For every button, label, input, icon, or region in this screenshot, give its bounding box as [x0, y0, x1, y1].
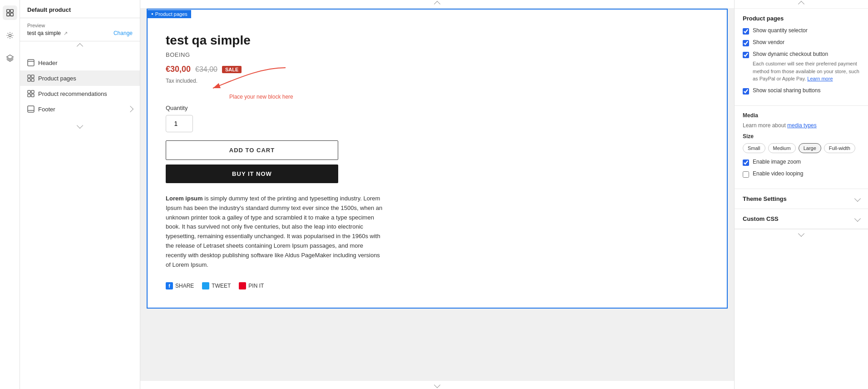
tab-dot: ●: [151, 12, 153, 16]
theme-settings-section[interactable]: Theme Settings: [735, 189, 868, 209]
svg-rect-3: [10, 13, 13, 16]
show-quantity-label[interactable]: Show quantity selector: [753, 27, 808, 34]
share-pinterest-label: PIN IT: [248, 283, 264, 289]
tab-text: Product pages: [155, 11, 187, 17]
share-twitter[interactable]: TWEET: [202, 282, 231, 289]
right-scroll-down[interactable]: [735, 229, 868, 238]
enable-video-looping-label[interactable]: Enable video looping: [753, 170, 803, 177]
media-desc-text: Learn more about: [743, 122, 786, 129]
svg-rect-10: [31, 79, 34, 81]
tax-note: Tax included.: [166, 78, 709, 84]
price-original: €34,00: [195, 65, 217, 74]
main-scroll-down[interactable]: [434, 382, 440, 388]
show-dynamic-checkout-label[interactable]: Show dynamic checkout button: [753, 51, 828, 57]
svg-point-4: [9, 34, 11, 36]
theme-settings-title: Theme Settings: [743, 195, 787, 202]
sidebar-scroll-down[interactable]: [20, 120, 140, 130]
show-vendor-label[interactable]: Show vendor: [753, 39, 784, 45]
customize-icon[interactable]: [3, 5, 17, 20]
price-current: €30,00: [166, 65, 191, 74]
share-facebook[interactable]: f SHARE: [166, 282, 194, 289]
enable-image-zoom-label[interactable]: Enable image zoom: [753, 159, 801, 165]
sidebar: Default product Preview test qa simple ↗…: [20, 0, 140, 389]
preview-value: test qa simple ↗ Change: [27, 30, 133, 36]
svg-rect-14: [31, 94, 34, 97]
size-large[interactable]: Large: [799, 143, 821, 153]
add-to-cart-button[interactable]: ADD TO CART: [166, 140, 338, 160]
checkbox-show-quantity: Show quantity selector: [743, 27, 860, 35]
custom-css-section[interactable]: Custom CSS: [735, 209, 868, 229]
preview-scroll-area: ● Product pages test qa simple BOEING €3…: [140, 9, 734, 380]
size-options: Small Medium Large Full-width: [743, 143, 860, 153]
show-quantity-checkbox[interactable]: [743, 28, 749, 35]
social-share: f SHARE TWEET PIN IT: [166, 282, 709, 289]
share-pinterest[interactable]: PIN IT: [239, 282, 264, 289]
sale-badge: SALE: [222, 66, 242, 73]
size-section: Size Small Medium Large Full-width: [743, 133, 860, 153]
right-panel-title: Product pages: [743, 15, 860, 22]
settings-icon[interactable]: [3, 28, 17, 43]
svg-rect-13: [28, 94, 30, 97]
change-button[interactable]: Change: [113, 30, 133, 36]
product-content: test qa simple BOEING €30,00 €34,00 SALE…: [148, 22, 727, 308]
svg-rect-15: [28, 106, 34, 112]
sidebar-title: Default product: [20, 0, 140, 18]
show-dynamic-checkout-checkbox[interactable]: [743, 52, 749, 58]
svg-rect-7: [28, 75, 30, 78]
sidebar-item-footer[interactable]: Footer: [20, 101, 140, 117]
svg-rect-0: [6, 10, 9, 12]
main-scroll-up[interactable]: [434, 1, 440, 7]
main-area: ● Product pages test qa simple BOEING €3…: [140, 0, 734, 389]
place-hint-text: Place your new block here: [229, 94, 293, 100]
desc-text: is simply dummy text of the printing and…: [166, 195, 382, 268]
right-panel-media: Media Learn more about media types Size …: [735, 106, 868, 189]
sidebar-item-product-recommendations[interactable]: Product recommendations: [20, 86, 140, 101]
custom-css-chevron-icon: [854, 215, 861, 222]
enable-video-looping-checkbox[interactable]: [743, 171, 749, 178]
footer-label: Footer: [38, 106, 55, 113]
size-small[interactable]: Small: [743, 143, 765, 153]
product-title: test qa simple: [166, 33, 709, 48]
sidebar-item-product-pages[interactable]: Product pages: [20, 70, 140, 86]
checkbox-show-social-sharing: Show social sharing buttons: [743, 87, 860, 95]
media-types-link[interactable]: media types: [787, 122, 817, 129]
pinterest-icon: [239, 282, 246, 289]
checkbox-show-dynamic-checkout: Show dynamic checkout button: [743, 51, 860, 58]
svg-rect-1: [10, 10, 13, 12]
checkbox-enable-video-looping: Enable video looping: [743, 170, 860, 178]
blocks-icon[interactable]: [3, 51, 17, 65]
show-social-sharing-checkbox[interactable]: [743, 88, 749, 95]
checkout-learn-more-link[interactable]: Learn more: [807, 76, 833, 81]
size-medium[interactable]: Medium: [768, 143, 796, 153]
footer-chevron-icon: [127, 106, 133, 112]
right-panel: Product pages Show quantity selector Sho…: [734, 0, 868, 389]
checkout-desc: Each customer will see their preferred p…: [753, 60, 860, 83]
sidebar-scroll-up[interactable]: [20, 41, 140, 51]
right-scroll-up[interactable]: [735, 0, 868, 9]
header-icon: [27, 59, 35, 66]
quantity-input[interactable]: [166, 115, 193, 132]
twitter-icon: [202, 282, 209, 289]
quantity-label: Quantity: [166, 105, 709, 111]
svg-rect-9: [28, 79, 30, 81]
checkout-desc-text: Each customer will see their preferred p…: [753, 61, 859, 81]
custom-css-title: Custom CSS: [743, 215, 779, 222]
external-link-icon: ↗: [64, 30, 68, 36]
product-description: Lorem ipsum is simply dummy text of the …: [166, 194, 384, 269]
sidebar-item-header[interactable]: Header: [20, 55, 140, 70]
media-desc: Learn more about media types: [743, 122, 860, 129]
price-row: €30,00 €34,00 SALE: [166, 65, 709, 74]
image-zoom-row: Enable image zoom Enable video looping: [743, 159, 860, 178]
product-pages-tab-label[interactable]: ● Product pages: [148, 10, 191, 18]
show-social-sharing-label[interactable]: Show social sharing buttons: [753, 87, 820, 94]
icon-bar: [0, 0, 20, 389]
svg-rect-11: [28, 90, 30, 93]
show-vendor-checkbox[interactable]: [743, 40, 749, 46]
desc-bold: Lorem ipsum: [166, 195, 203, 202]
checkbox-show-vendor: Show vendor: [743, 39, 860, 46]
size-fullwidth[interactable]: Full-width: [824, 143, 855, 153]
product-pages-label: Product pages: [38, 75, 76, 82]
buy-now-button[interactable]: BUY IT NOW: [166, 165, 338, 183]
enable-image-zoom-checkbox[interactable]: [743, 160, 749, 166]
svg-rect-2: [6, 13, 9, 16]
